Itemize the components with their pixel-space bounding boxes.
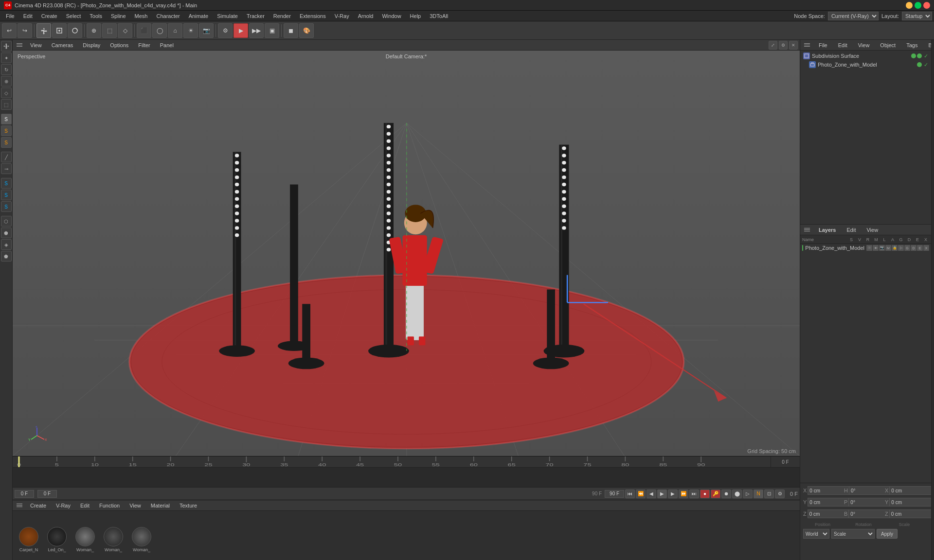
layers-menu-layers[interactable]: Layers bbox=[815, 226, 840, 234]
layer-vis-icon[interactable]: 👁 bbox=[873, 245, 879, 251]
close-button[interactable] bbox=[923, 2, 930, 9]
menu-extensions[interactable]: Extensions bbox=[296, 12, 330, 20]
material-led[interactable]: Led_On_ bbox=[45, 527, 69, 552]
record-all-button[interactable]: ⏺ bbox=[721, 490, 731, 498]
menu-render[interactable]: Render bbox=[269, 12, 295, 20]
menu-animate[interactable]: Animate bbox=[185, 12, 212, 20]
menu-arnold[interactable]: Arnold bbox=[354, 12, 377, 20]
motion-clip-button[interactable]: ▷ bbox=[743, 490, 753, 498]
vp-menu-cameras[interactable]: Cameras bbox=[48, 41, 77, 49]
menu-simulate[interactable]: Simulate bbox=[213, 12, 242, 20]
layers-menu-view[interactable]: View bbox=[862, 226, 882, 234]
layer-lock-icon[interactable]: 🔒 bbox=[892, 245, 898, 251]
menu-mesh[interactable]: Mesh bbox=[131, 12, 152, 20]
left-tool-spline2[interactable]: S bbox=[1, 190, 12, 200]
play-button[interactable]: ▶ bbox=[657, 490, 667, 498]
left-tool-t4[interactable]: ⬟ bbox=[1, 251, 12, 262]
undo-button[interactable]: ↩ bbox=[2, 23, 17, 38]
texture-button[interactable]: 🎨 bbox=[299, 23, 314, 38]
menu-create[interactable]: Create bbox=[37, 12, 61, 20]
record-button[interactable]: ● bbox=[700, 490, 710, 498]
mat-menu-texture[interactable]: Texture bbox=[176, 502, 201, 509]
poly-select-button[interactable]: ◇ bbox=[118, 23, 132, 38]
viewport-settings-button[interactable]: ⚙ bbox=[779, 41, 788, 50]
obj-menu-object[interactable]: Object bbox=[876, 41, 899, 49]
live-select-button[interactable]: ⊕ bbox=[87, 23, 101, 38]
auto-key-button[interactable]: 🔑 bbox=[711, 490, 720, 498]
rotate-tool-button[interactable] bbox=[68, 23, 82, 38]
layer-render-icon[interactable]: 📷 bbox=[879, 245, 885, 251]
frame-input-2[interactable] bbox=[37, 490, 57, 498]
menu-vray[interactable]: V-Ray bbox=[331, 12, 353, 20]
render-active-button[interactable]: ▶ bbox=[234, 23, 248, 38]
mat-menu-vray[interactable]: V-Ray bbox=[52, 502, 74, 509]
left-tool-scale[interactable]: ✦ bbox=[1, 52, 12, 63]
menu-help[interactable]: Help bbox=[406, 12, 425, 20]
scale-mode-select[interactable]: Scale Absolute Scale bbox=[831, 529, 875, 539]
options-button[interactable]: ⚙ bbox=[775, 490, 785, 498]
layout-select[interactable]: Startup bbox=[902, 12, 932, 20]
menu-tracker[interactable]: Tracker bbox=[243, 12, 269, 20]
timeline-ruler[interactable]: 0 5 10 15 20 25 bbox=[13, 456, 771, 467]
render-region-button[interactable]: ▣ bbox=[265, 23, 279, 38]
left-tool-rotate[interactable]: ↻ bbox=[1, 64, 12, 75]
vp-menu-panel[interactable]: Panel bbox=[156, 41, 178, 49]
scale-tool-button[interactable] bbox=[52, 23, 67, 38]
menu-edit[interactable]: Edit bbox=[19, 12, 36, 20]
right-scrollbar[interactable] bbox=[931, 40, 934, 560]
menu-file[interactable]: File bbox=[2, 12, 18, 20]
object-subdivision[interactable]: Subdivision Surface ✓ bbox=[801, 52, 930, 60]
move-tool-button[interactable] bbox=[36, 23, 51, 38]
mat-menu-toggle[interactable] bbox=[15, 502, 24, 509]
vp-menu-filter[interactable]: Filter bbox=[134, 41, 154, 49]
layers-menu-toggle[interactable] bbox=[802, 226, 812, 233]
next-button[interactable]: ▶ bbox=[668, 490, 678, 498]
left-tool-spline1[interactable]: S bbox=[1, 178, 12, 189]
menu-3dtoall[interactable]: 3DToAll bbox=[426, 12, 452, 20]
3d-viewport[interactable]: Perspective Default Camera:* Grid Spacin… bbox=[13, 51, 800, 456]
redo-button[interactable]: ↪ bbox=[18, 23, 32, 38]
render-settings-button[interactable]: ⚙ bbox=[218, 23, 233, 38]
obj-menu-toggle[interactable] bbox=[802, 41, 812, 49]
world-space-select[interactable]: World Object Screen bbox=[803, 529, 829, 539]
layer-deform-icon[interactable]: D bbox=[911, 245, 916, 251]
mat-menu-function[interactable]: Function bbox=[95, 502, 124, 509]
record-selected-button[interactable]: ⬤ bbox=[732, 490, 742, 498]
mat-menu-view[interactable]: View bbox=[126, 502, 145, 509]
nla-button[interactable]: N bbox=[754, 490, 763, 498]
left-tool-poly[interactable]: ◇ bbox=[1, 88, 12, 98]
obj-dot-1[interactable] bbox=[911, 53, 916, 58]
left-tool-move[interactable] bbox=[1, 41, 12, 52]
obj-menu-edit[interactable]: Edit bbox=[834, 41, 851, 49]
deform-button[interactable]: ⌂ bbox=[168, 23, 182, 38]
camera-button[interactable]: 📷 bbox=[199, 23, 214, 38]
node-space-select[interactable]: Current (V-Ray) bbox=[828, 12, 879, 20]
left-tool-line[interactable]: ╱ bbox=[1, 152, 12, 162]
scale-z-input[interactable] bbox=[889, 509, 934, 518]
left-tool-t2[interactable]: ⬢ bbox=[1, 228, 12, 238]
prev-frame-button[interactable]: ⏪ bbox=[636, 490, 646, 498]
material-woman1[interactable]: Woman_ bbox=[73, 527, 97, 552]
obj-menu-file[interactable]: File bbox=[815, 41, 831, 49]
menu-tools[interactable]: Tools bbox=[86, 12, 106, 20]
left-tool-t3[interactable]: ◈ bbox=[1, 239, 12, 250]
obj-menu-view[interactable]: View bbox=[854, 41, 874, 49]
scale-x-input[interactable] bbox=[889, 486, 934, 495]
preview-button[interactable]: ⊡ bbox=[764, 490, 774, 498]
menu-character[interactable]: Character bbox=[152, 12, 183, 20]
left-tool-s3[interactable]: S bbox=[1, 137, 12, 148]
obj-dot-2[interactable] bbox=[917, 53, 922, 58]
menu-spline[interactable]: Spline bbox=[107, 12, 130, 20]
left-tool-box[interactable]: ⬚ bbox=[1, 99, 12, 110]
left-tool-s2[interactable]: S bbox=[1, 125, 12, 136]
left-tool-measure[interactable]: ⊸ bbox=[1, 163, 12, 174]
left-tool-select[interactable]: ⊕ bbox=[1, 76, 12, 87]
prev-button[interactable]: ◀ bbox=[647, 490, 656, 498]
layers-menu-edit[interactable]: Edit bbox=[843, 226, 860, 234]
apply-button[interactable]: Apply bbox=[877, 529, 898, 539]
layer-color-swatch[interactable] bbox=[802, 245, 803, 251]
layer-expr-icon[interactable]: E bbox=[917, 245, 923, 251]
vp-menu-display[interactable]: Display bbox=[79, 41, 104, 49]
render-end-input[interactable] bbox=[605, 490, 624, 498]
mat-menu-material[interactable]: Material bbox=[147, 502, 174, 509]
